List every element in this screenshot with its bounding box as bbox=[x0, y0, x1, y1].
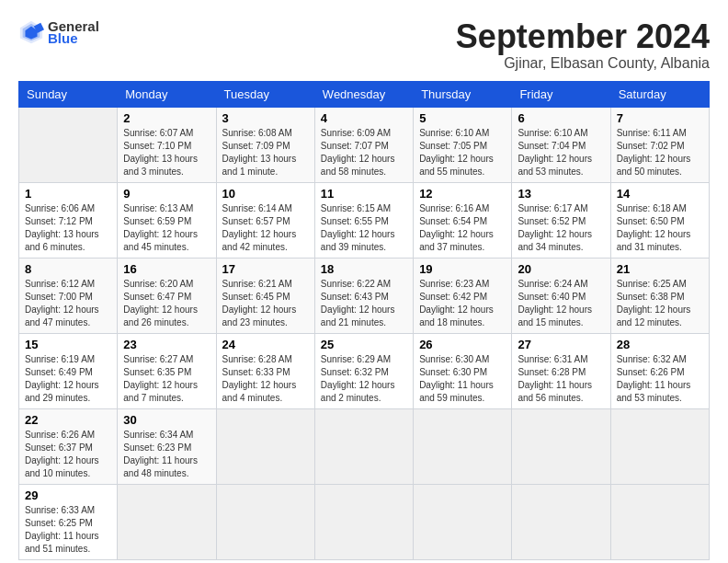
calendar-cell bbox=[414, 408, 512, 484]
calendar-week-row: 1Sunrise: 6:06 AM Sunset: 7:12 PM Daylig… bbox=[19, 182, 710, 258]
day-info: Sunrise: 6:18 AM Sunset: 6:50 PM Dayligh… bbox=[617, 202, 703, 254]
day-number: 21 bbox=[617, 262, 703, 276]
day-number: 19 bbox=[419, 262, 506, 276]
day-info: Sunrise: 6:27 AM Sunset: 6:35 PM Dayligh… bbox=[123, 353, 210, 405]
calendar-cell: 4Sunrise: 6:09 AM Sunset: 7:07 PM Daylig… bbox=[314, 107, 413, 182]
day-number: 23 bbox=[123, 338, 210, 351]
calendar-cell: 7Sunrise: 6:11 AM Sunset: 7:02 PM Daylig… bbox=[610, 107, 709, 182]
day-number: 13 bbox=[518, 187, 604, 201]
calendar-cell: 11Sunrise: 6:15 AM Sunset: 6:55 PM Dayli… bbox=[314, 182, 413, 258]
day-info: Sunrise: 6:10 AM Sunset: 7:05 PM Dayligh… bbox=[419, 127, 506, 178]
calendar-cell: 1Sunrise: 6:06 AM Sunset: 7:12 PM Daylig… bbox=[19, 182, 118, 258]
day-number: 6 bbox=[518, 111, 604, 125]
calendar-cell bbox=[314, 408, 413, 484]
calendar-cell: 6Sunrise: 6:10 AM Sunset: 7:04 PM Daylig… bbox=[512, 107, 610, 182]
month-title: September 2024 bbox=[456, 18, 710, 55]
day-number: 18 bbox=[321, 262, 407, 276]
calendar-cell: 10Sunrise: 6:14 AM Sunset: 6:57 PM Dayli… bbox=[216, 182, 314, 258]
day-number: 27 bbox=[518, 338, 604, 351]
day-number: 16 bbox=[123, 262, 210, 276]
day-number: 30 bbox=[123, 413, 210, 427]
calendar-cell: 13Sunrise: 6:17 AM Sunset: 6:52 PM Dayli… bbox=[512, 182, 610, 258]
day-info: Sunrise: 6:28 AM Sunset: 6:33 PM Dayligh… bbox=[222, 353, 309, 405]
calendar-cell bbox=[314, 484, 413, 559]
calendar-cell: 19Sunrise: 6:23 AM Sunset: 6:42 PM Dayli… bbox=[414, 258, 512, 333]
calendar-cell: 17Sunrise: 6:21 AM Sunset: 6:45 PM Dayli… bbox=[216, 258, 314, 333]
calendar-cell bbox=[118, 484, 216, 559]
calendar-cell bbox=[19, 107, 118, 182]
day-number: 25 bbox=[321, 338, 407, 351]
location: Gjinar, Elbasan County, Albania bbox=[456, 55, 710, 72]
calendar-cell: 18Sunrise: 6:22 AM Sunset: 6:43 PM Dayli… bbox=[314, 258, 413, 333]
calendar-cell: 9Sunrise: 6:13 AM Sunset: 6:59 PM Daylig… bbox=[118, 182, 216, 258]
day-number: 5 bbox=[419, 111, 506, 125]
calendar-cell: 3Sunrise: 6:08 AM Sunset: 7:09 PM Daylig… bbox=[216, 107, 314, 182]
day-info: Sunrise: 6:12 AM Sunset: 7:00 PM Dayligh… bbox=[25, 278, 111, 329]
weekday-header: Friday bbox=[512, 81, 610, 107]
day-info: Sunrise: 6:26 AM Sunset: 6:37 PM Dayligh… bbox=[25, 429, 111, 480]
calendar-cell: 21Sunrise: 6:25 AM Sunset: 6:38 PM Dayli… bbox=[610, 258, 709, 333]
day-number: 15 bbox=[25, 338, 111, 351]
calendar-cell: 15Sunrise: 6:19 AM Sunset: 6:49 PM Dayli… bbox=[19, 333, 118, 408]
calendar-cell: 16Sunrise: 6:20 AM Sunset: 6:47 PM Dayli… bbox=[118, 258, 216, 333]
day-number: 14 bbox=[617, 187, 703, 201]
day-info: Sunrise: 6:29 AM Sunset: 6:32 PM Dayligh… bbox=[321, 353, 407, 405]
weekday-header: Thursday bbox=[414, 81, 512, 107]
day-info: Sunrise: 6:16 AM Sunset: 6:54 PM Dayligh… bbox=[419, 202, 506, 254]
weekday-header: Wednesday bbox=[314, 81, 413, 107]
day-number: 9 bbox=[123, 187, 210, 201]
day-number: 8 bbox=[25, 262, 111, 276]
day-number: 28 bbox=[617, 338, 703, 351]
calendar-cell: 2Sunrise: 6:07 AM Sunset: 7:10 PM Daylig… bbox=[118, 107, 216, 182]
day-number: 3 bbox=[222, 111, 309, 125]
day-info: Sunrise: 6:08 AM Sunset: 7:09 PM Dayligh… bbox=[222, 127, 309, 178]
calendar-cell: 26Sunrise: 6:30 AM Sunset: 6:30 PM Dayli… bbox=[414, 333, 512, 408]
day-number: 1 bbox=[25, 187, 111, 201]
calendar-cell bbox=[414, 484, 512, 559]
day-info: Sunrise: 6:24 AM Sunset: 6:40 PM Dayligh… bbox=[518, 278, 604, 329]
calendar-cell bbox=[610, 408, 709, 484]
calendar-cell: 12Sunrise: 6:16 AM Sunset: 6:54 PM Dayli… bbox=[414, 182, 512, 258]
logo-icon bbox=[18, 19, 44, 45]
calendar-cell bbox=[216, 484, 314, 559]
day-info: Sunrise: 6:09 AM Sunset: 7:07 PM Dayligh… bbox=[321, 127, 407, 178]
day-info: Sunrise: 6:15 AM Sunset: 6:55 PM Dayligh… bbox=[321, 202, 407, 254]
calendar-cell: 22Sunrise: 6:26 AM Sunset: 6:37 PM Dayli… bbox=[19, 408, 118, 484]
calendar-cell: 30Sunrise: 6:34 AM Sunset: 6:23 PM Dayli… bbox=[118, 408, 216, 484]
calendar-cell: 29Sunrise: 6:33 AM Sunset: 6:25 PM Dayli… bbox=[19, 484, 118, 559]
weekday-header: Tuesday bbox=[216, 81, 314, 107]
weekday-header-row: SundayMondayTuesdayWednesdayThursdayFrid… bbox=[19, 81, 710, 107]
day-number: 7 bbox=[617, 111, 703, 125]
day-info: Sunrise: 6:31 AM Sunset: 6:28 PM Dayligh… bbox=[518, 353, 604, 405]
calendar-cell: 20Sunrise: 6:24 AM Sunset: 6:40 PM Dayli… bbox=[512, 258, 610, 333]
day-info: Sunrise: 6:30 AM Sunset: 6:30 PM Dayligh… bbox=[419, 353, 506, 405]
calendar-week-row: 22Sunrise: 6:26 AM Sunset: 6:37 PM Dayli… bbox=[19, 408, 710, 484]
logo: General Blue bbox=[18, 18, 99, 46]
day-info: Sunrise: 6:10 AM Sunset: 7:04 PM Dayligh… bbox=[518, 127, 604, 178]
day-number: 20 bbox=[518, 262, 604, 276]
weekday-header: Saturday bbox=[610, 81, 709, 107]
day-number: 12 bbox=[419, 187, 506, 201]
day-info: Sunrise: 6:20 AM Sunset: 6:47 PM Dayligh… bbox=[123, 278, 210, 329]
calendar-week-row: 15Sunrise: 6:19 AM Sunset: 6:49 PM Dayli… bbox=[19, 333, 710, 408]
day-info: Sunrise: 6:13 AM Sunset: 6:59 PM Dayligh… bbox=[123, 202, 210, 254]
day-info: Sunrise: 6:11 AM Sunset: 7:02 PM Dayligh… bbox=[617, 127, 703, 178]
day-number: 2 bbox=[123, 111, 210, 125]
calendar-cell: 28Sunrise: 6:32 AM Sunset: 6:26 PM Dayli… bbox=[610, 333, 709, 408]
day-number: 22 bbox=[25, 413, 111, 427]
day-info: Sunrise: 6:34 AM Sunset: 6:23 PM Dayligh… bbox=[123, 429, 210, 480]
day-info: Sunrise: 6:32 AM Sunset: 6:26 PM Dayligh… bbox=[617, 353, 703, 405]
calendar-cell: 23Sunrise: 6:27 AM Sunset: 6:35 PM Dayli… bbox=[118, 333, 216, 408]
calendar-week-row: 2Sunrise: 6:07 AM Sunset: 7:10 PM Daylig… bbox=[19, 107, 710, 182]
day-info: Sunrise: 6:14 AM Sunset: 6:57 PM Dayligh… bbox=[222, 202, 309, 254]
day-number: 29 bbox=[25, 488, 111, 502]
day-info: Sunrise: 6:07 AM Sunset: 7:10 PM Dayligh… bbox=[123, 127, 210, 178]
weekday-header: Monday bbox=[118, 81, 216, 107]
day-info: Sunrise: 6:21 AM Sunset: 6:45 PM Dayligh… bbox=[222, 278, 309, 329]
day-number: 26 bbox=[419, 338, 506, 351]
day-number: 11 bbox=[321, 187, 407, 201]
calendar-cell: 5Sunrise: 6:10 AM Sunset: 7:05 PM Daylig… bbox=[414, 107, 512, 182]
calendar-table: SundayMondayTuesdayWednesdayThursdayFrid… bbox=[18, 81, 710, 560]
calendar-cell bbox=[610, 484, 709, 559]
calendar-cell: 27Sunrise: 6:31 AM Sunset: 6:28 PM Dayli… bbox=[512, 333, 610, 408]
